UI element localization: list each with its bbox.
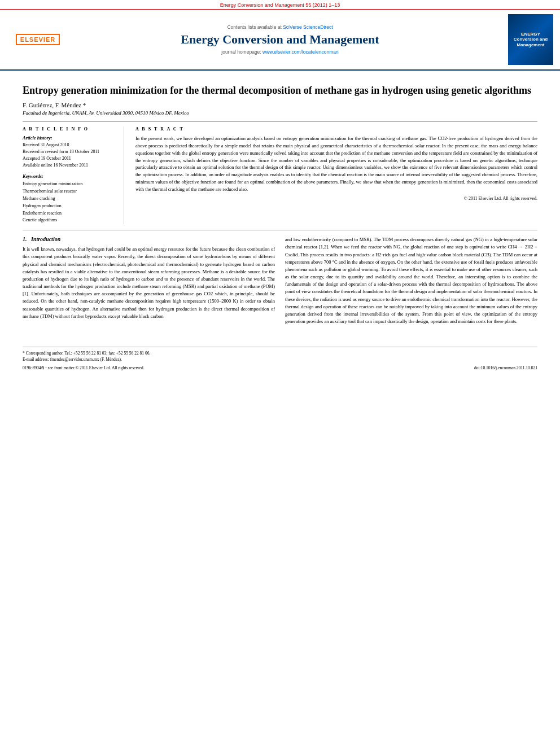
divider-2	[23, 230, 537, 230]
doi-line: doi:10.1016/j.enconman.2011.10.021	[474, 365, 537, 370]
email-note: E-mail address: fmendez@servidor.unam.mx…	[23, 356, 537, 362]
article-content: Entropy generation minimization for the …	[0, 71, 560, 341]
keyword-item: Thermochemical solar reactor	[23, 188, 117, 195]
revised-date: Received in revised form 18 October 2011	[23, 148, 117, 155]
keyword-item: Entropy generation minimization	[23, 181, 117, 188]
journal-cover-image: ENERGY Conversion and Management	[508, 14, 553, 65]
footer-bottom: 0196-8904/$ - see front matter © 2011 El…	[23, 365, 537, 370]
corresponding-author-note: * Corresponding author. Tel.: +52 55 56 …	[23, 350, 537, 356]
body-section: 1. Introduction It is well known, nowada…	[23, 236, 537, 330]
sciverse-line: Contents lists available at SciVerse Sci…	[69, 24, 491, 30]
journal-cover-area: ENERGY Conversion and Management	[491, 14, 553, 65]
abstract-header: A B S T R A C T	[135, 126, 537, 132]
keyword-item: Methane cracking	[23, 195, 117, 203]
keyword-item: Hydrogen production	[23, 203, 117, 210]
article-info-column: A R T I C L E I N F O Article history: R…	[23, 126, 124, 224]
divider-1	[23, 121, 537, 122]
available-date: Available online 16 November 2011	[23, 162, 117, 169]
intro-section-title: 1. Introduction	[23, 236, 275, 242]
elsevier-logo: ELSEVIER	[16, 34, 60, 45]
homepage-link[interactable]: www.elsevier.com/locate/enconman	[262, 49, 339, 55]
body-col-left: 1. Introduction It is well known, nowada…	[23, 236, 275, 330]
body-paragraph: and low endothermicity (compared to MSR)…	[285, 236, 537, 325]
abstract-column: A B S T R A C T In the present work, we …	[135, 126, 537, 224]
abstract-text: In the present work, we have developed a…	[135, 135, 537, 193]
body-col-right: and low endothermicity (compared to MSR)…	[285, 236, 537, 330]
body-paragraph: It is well known, nowadays, that hydroge…	[23, 246, 275, 320]
homepage-line: journal homepage: www.elsevier.com/locat…	[69, 49, 491, 55]
article-title: Entropy generation minimization for the …	[23, 84, 537, 97]
banner-center: Contents lists available at SciVerse Sci…	[69, 24, 491, 55]
history-label: Article history:	[23, 135, 117, 141]
journal-issue-info: Energy Conversion and Management 55 (201…	[0, 0, 560, 10]
keywords-list: Entropy generation minimizationThermoche…	[23, 181, 117, 224]
author-affiliation: Facultad de Ingeniería, UNAM, Av. Univer…	[23, 110, 537, 116]
keywords-label: Keywords:	[23, 173, 117, 179]
intro-col2-text: and low endothermicity (compared to MSR)…	[285, 236, 537, 325]
keyword-item: Endothermic reaction	[23, 210, 117, 217]
copyright-line: © 2011 Elsevier Ltd. All rights reserved…	[135, 196, 537, 201]
article-info-header: A R T I C L E I N F O	[23, 126, 117, 132]
received-date: Received 31 August 2010	[23, 142, 117, 148]
cover-title: ENERGY Conversion and Management	[510, 32, 551, 48]
sciverse-link[interactable]: SciVerse ScienceDirect	[283, 24, 333, 30]
keyword-item: Genetic algorithms	[23, 217, 117, 224]
info-abstract-section: A R T I C L E I N F O Article history: R…	[23, 126, 537, 224]
issn-line: 0196-8904/$ - see front matter © 2011 El…	[23, 365, 145, 370]
intro-col1-text: It is well known, nowadays, that hydroge…	[23, 246, 275, 320]
accepted-date: Accepted 19 October 2011	[23, 155, 117, 162]
footer: * Corresponding author. Tel.: +52 55 56 …	[23, 347, 537, 370]
authors: F. Gutiérrez, F. Méndez *	[23, 102, 537, 108]
journal-title-banner: Energy Conversion and Management	[69, 32, 491, 47]
journal-banner: ELSEVIER Contents lists available at Sci…	[0, 10, 560, 71]
elsevier-logo-area: ELSEVIER	[7, 34, 69, 45]
